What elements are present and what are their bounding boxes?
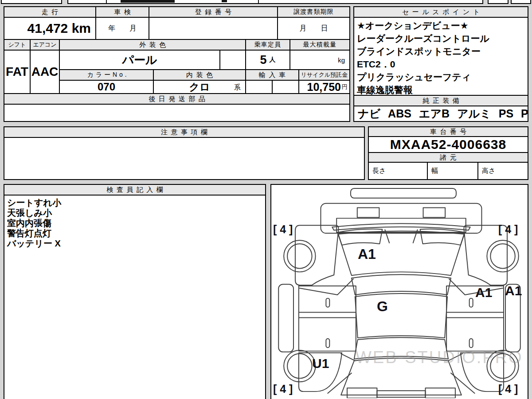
factory-equipment-header: 純正装備 xyxy=(354,96,528,106)
cropped-divider xyxy=(258,0,259,3)
inspection-value: 年 月 xyxy=(96,18,149,40)
recycle-deposit-value-cell: 10,750 円 xyxy=(299,81,349,94)
inspector-note-line: バッテリー X xyxy=(4,239,265,249)
specs-header: 諸元 xyxy=(369,153,528,163)
shift-header: シフト xyxy=(4,40,31,51)
exterior-color-header: 外装色 xyxy=(60,40,246,51)
recycle-deposit-value: 10,750 xyxy=(307,81,341,94)
sales-point-line: 車線逸脱警報 xyxy=(354,83,528,96)
tire-depth-front-left: [ 4 ] xyxy=(273,223,293,236)
transfer-deadline-value: 月 日 xyxy=(278,18,349,40)
interior-color-suffix: 系 xyxy=(234,83,241,92)
sales-point-line: ブラインドスポットモニター xyxy=(354,45,528,58)
registration-number-value xyxy=(149,18,278,40)
recycle-deposit-header: リサイクル預託金 xyxy=(299,70,349,81)
cropped-cell xyxy=(488,0,509,4)
color-no-header: カラーNo. xyxy=(60,70,154,81)
spec-height-cell: 高さ xyxy=(478,163,528,179)
recycle-deposit-unit: 円 xyxy=(342,83,348,91)
inspector-notes-header: 検査員記入欄 xyxy=(4,185,265,196)
cropped-cell xyxy=(1,0,62,4)
spec-length-cell: 長さ xyxy=(369,163,428,179)
capacity-unit: 人 xyxy=(270,56,276,64)
registration-number-header: 登録番号 xyxy=(149,7,278,18)
later-parts-value xyxy=(4,105,349,121)
tire-depth-front-right: [ 4 ] xyxy=(498,223,518,236)
cropped-divider xyxy=(106,0,107,3)
mileage-header: 走行 xyxy=(4,7,96,18)
cropped-cell xyxy=(67,0,483,4)
spec-height-label: 高さ xyxy=(482,167,495,175)
cropped-text-fragment xyxy=(222,0,227,2)
aircon-header: エアコン xyxy=(31,40,60,51)
sales-points-table: セールスポイント ★オークションデビュー★ レーダークルーズコントロール ブライ… xyxy=(353,6,528,122)
watermark: WEB-STUDIO.PRO xyxy=(356,348,523,367)
color-no-value: 070 xyxy=(60,81,154,94)
inspection-header: 車検 xyxy=(96,7,149,18)
cropped-cell xyxy=(511,0,531,4)
notes-header: 注意事項欄 xyxy=(4,127,364,138)
tire-depth-rear-right: [ 4 ] xyxy=(498,383,518,395)
car-damage-diagram: A1 G A1 A1 U1 [ 4 ] [ 4 ] [ 4 ] [ 4 ] WE… xyxy=(270,184,528,399)
spec-length-label: 長さ xyxy=(372,167,386,175)
sales-point-line: ETC2．0 xyxy=(354,58,528,70)
exterior-color-value: パール xyxy=(60,51,220,70)
spec-width-label: 幅 xyxy=(431,167,438,175)
mileage-value: 41,472 km xyxy=(4,18,96,40)
damage-mark-windshield: G xyxy=(377,298,388,315)
damage-mark-left-rear: U1 xyxy=(312,356,329,371)
tire-depth-rear-left: [ 4 ] xyxy=(273,383,293,395)
capacity-value: 5 xyxy=(260,53,266,67)
inspector-note-line: 室内内張傷 xyxy=(4,218,265,228)
capacity-value-cell: 5 人 xyxy=(246,51,290,70)
import-car-cell-2 xyxy=(273,81,299,94)
cropped-text-fragment xyxy=(121,0,175,3)
import-car-cell-1 xyxy=(246,81,273,94)
notes-table: 注意事項欄 xyxy=(4,126,365,180)
chassis-number-header: 車台番号 xyxy=(369,127,528,137)
interior-color-value: クロ xyxy=(189,81,210,94)
inspector-note-line: 天張しみ小 xyxy=(4,208,265,218)
damage-mark-hood: A1 xyxy=(358,246,376,262)
sales-points-body: ★オークションデビュー★ レーダークルーズコントロール ブラインドスポットモニタ… xyxy=(354,18,528,96)
max-load-header: 最大積載量 xyxy=(290,40,349,51)
sales-points-header: セールスポイント xyxy=(354,7,528,18)
notes-body xyxy=(4,138,364,179)
interior-color-value-cell: クロ 系 xyxy=(154,81,246,94)
sales-point-line: レーダークルーズコントロール xyxy=(354,32,528,45)
spec-width-cell: 幅 xyxy=(428,163,478,179)
transfer-deadline-header: 譲渡書類期限 xyxy=(278,7,349,18)
inspector-notes-table: 検査員記入欄 シートすれ小 天張しみ小 室内内張傷 警告灯点灯 バッテリー X xyxy=(4,184,266,399)
inspector-note-line: 警告灯点灯 xyxy=(4,228,265,239)
interior-color-header: 内装色 xyxy=(154,70,246,81)
exterior-color-extra-cell xyxy=(220,51,246,70)
sales-point-line: プリクラッシュセーフティ xyxy=(354,70,528,83)
aircon-value: AAC xyxy=(31,51,60,94)
sales-point-line: ★オークションデビュー★ xyxy=(354,19,528,32)
factory-equipment-value: ナビ ABS エアB アルミ PS PW xyxy=(354,106,528,121)
chassis-table: 車台番号 MXAA52-4006638 諸元 長さ 幅 高さ xyxy=(368,126,528,180)
chassis-number-value: MXAA52-4006638 xyxy=(369,137,528,153)
inspector-notes-body: シートすれ小 天張しみ小 室内内張傷 警告灯点灯 バッテリー X xyxy=(4,196,265,399)
inspector-note-line: シートすれ小 xyxy=(4,198,265,208)
damage-mark-right-door: A1 xyxy=(475,285,492,300)
vehicle-info-table: 走行 車検 登録番号 譲渡書類期限 41,472 km 年 月 月 日 シフト … xyxy=(4,6,350,122)
import-car-header: 輸入車 xyxy=(246,70,299,81)
max-load-unit: kg xyxy=(338,56,345,64)
damage-mark-right-rocker: A1 xyxy=(505,283,522,298)
max-load-value-cell: kg xyxy=(290,51,349,70)
capacity-header: 乗車定員 xyxy=(246,40,290,51)
auction-sheet: 走行 車検 登録番号 譲渡書類期限 41,472 km 年 月 月 日 シフト … xyxy=(0,0,532,399)
shift-value: FAT xyxy=(4,51,31,94)
later-parts-header: 後日発送部品 xyxy=(4,94,349,105)
